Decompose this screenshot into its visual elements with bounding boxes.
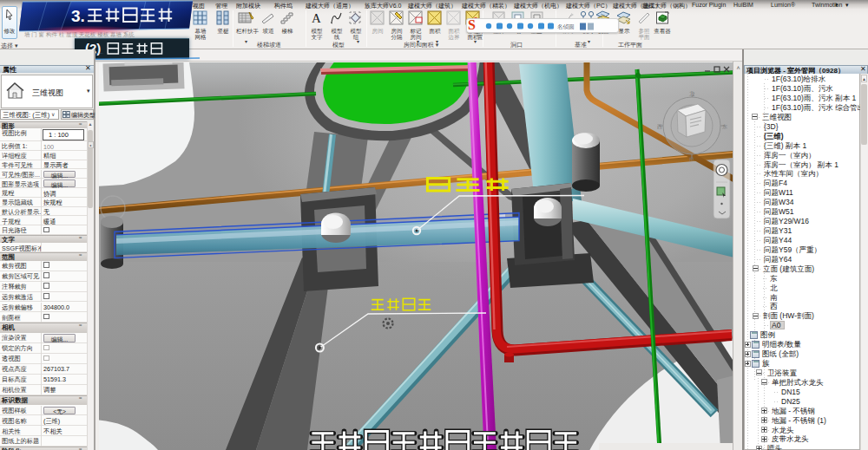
svg-text:3.: 3. bbox=[71, 7, 85, 25]
svg-text:A: A bbox=[312, 11, 321, 25]
svg-text:北: 北 bbox=[689, 90, 694, 97]
svg-text:南: 南 bbox=[689, 156, 694, 161]
svg-text:名侦圆: 名侦圆 bbox=[557, 23, 575, 30]
svg-text:东: 东 bbox=[722, 123, 727, 129]
svg-text:西: 西 bbox=[657, 124, 662, 130]
